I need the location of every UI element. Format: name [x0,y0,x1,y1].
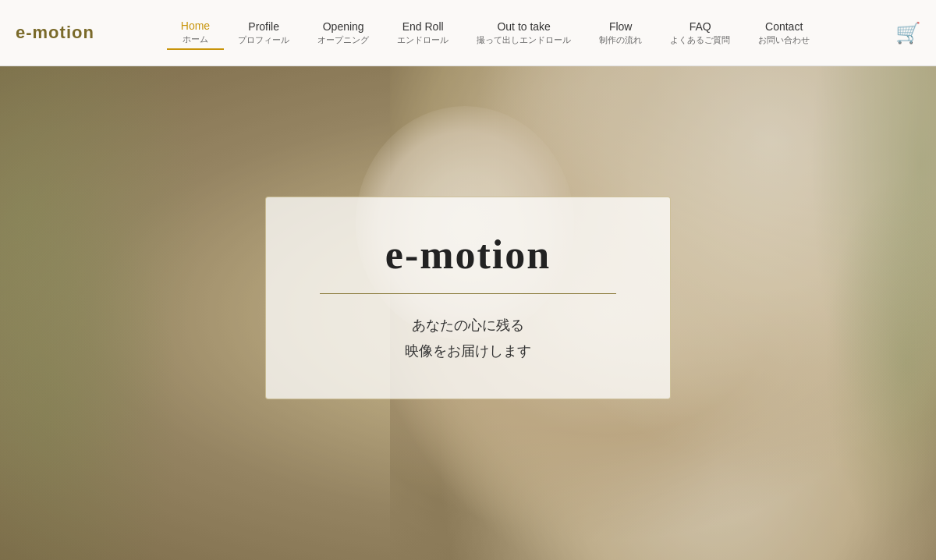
nav-en-label: Out to take [497,20,550,33]
nav-ja-label: ホーム [183,34,208,45]
nav-en-label: Home [181,19,210,32]
nav-ja-label: オープニング [317,34,369,46]
nav-ja-label: お問い合わせ [758,34,810,46]
logo-area[interactable]: e-motion [16,23,117,43]
nav-en-label: Profile [248,20,279,33]
hero-card: e-motion あなたの心に残る 映像をお届けします [265,197,671,399]
hero-title: e-motion [385,232,551,278]
hero-subtitle: あなたの心に残る 映像をお届けします [405,313,531,363]
nav-item-profile[interactable]: Profileプロフィール [224,17,303,49]
nav-en-label: Flow [609,20,633,33]
hero-subtitle-line2: 映像をお届けします [405,343,531,359]
nav-en-label: FAQ [690,20,711,33]
nav-item-contact[interactable]: Contactお問い合わせ [744,17,824,49]
nav-en-label: Opening [323,20,364,33]
site-logo: e-motion [16,23,94,42]
site-header: e-motion HomeホームProfileプロフィールOpeningオープニ… [0,0,936,66]
main-nav: HomeホームProfileプロフィールOpeningオープニングEnd Rol… [117,16,874,50]
nav-en-label: Contact [765,20,803,33]
cart-area[interactable]: 🛒 [874,21,920,45]
nav-en-label: End Roll [402,20,444,33]
hero-subtitle-line1: あなたの心に残る [412,317,524,333]
nav-item-out-to-take[interactable]: Out to take撮って出しエンドロール [463,17,585,49]
nav-item-faq[interactable]: FAQよくあるご質問 [656,17,744,49]
cart-icon[interactable]: 🛒 [895,21,920,45]
hero-divider [320,293,616,294]
nav-ja-label: よくあるご質問 [670,34,730,46]
nav-item-end-roll[interactable]: End Rollエンドロール [383,17,463,49]
hero-section: e-motion あなたの心に残る 映像をお届けします [0,66,936,560]
nav-item-opening[interactable]: Openingオープニング [303,17,383,49]
nav-top-row: HomeホームProfileプロフィールOpeningオープニングEnd Rol… [117,16,874,50]
nav-ja-label: エンドロール [397,34,448,46]
nav-ja-label: プロフィール [238,34,289,46]
nav-ja-label: 制作の流れ [599,34,642,46]
nav-item-home[interactable]: Homeホーム [167,16,224,50]
nav-ja-label: 撮って出しエンドロール [477,34,571,46]
nav-item-flow[interactable]: Flow制作の流れ [585,17,656,49]
